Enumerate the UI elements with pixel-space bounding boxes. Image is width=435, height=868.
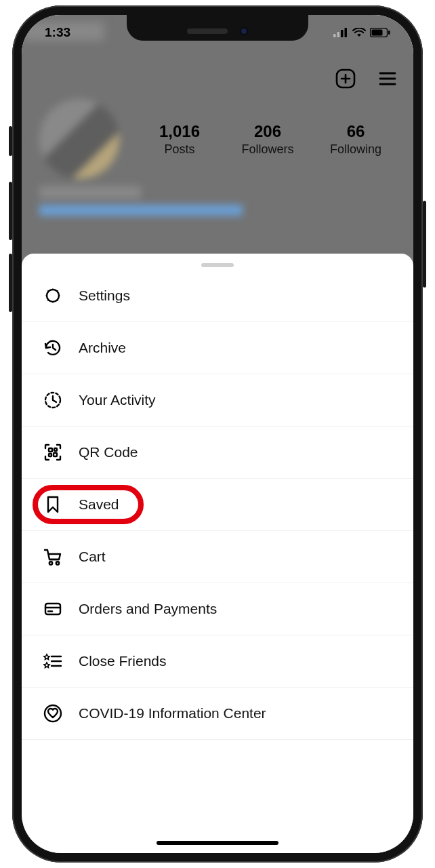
phone-volume-up	[9, 182, 12, 240]
following-count: 66	[312, 122, 400, 141]
svg-rect-0	[333, 34, 336, 37]
plus-square-icon	[335, 68, 356, 90]
bookmark-icon	[42, 494, 64, 515]
followers-label: Followers	[224, 142, 312, 157]
menu-item-activity[interactable]: Your Activity	[22, 374, 413, 427]
wifi-icon	[352, 28, 366, 37]
svg-rect-18	[49, 454, 51, 456]
settings-gear-icon	[42, 285, 64, 307]
qr-code-icon	[42, 441, 64, 463]
followers-count: 206	[224, 122, 312, 141]
svg-rect-17	[54, 448, 57, 451]
menu-item-settings[interactable]: Settings	[22, 270, 413, 322]
svg-point-14	[51, 294, 55, 298]
svg-point-28	[45, 705, 61, 722]
following-label: Following	[312, 142, 400, 157]
menu-item-qr-code[interactable]: QR Code	[22, 427, 413, 479]
menu-item-orders-payments[interactable]: Orders and Payments	[22, 583, 413, 635]
svg-rect-16	[49, 448, 52, 452]
menu-item-archive[interactable]: Archive	[22, 322, 413, 374]
svg-point-20	[49, 561, 52, 564]
home-indicator[interactable]	[157, 841, 278, 845]
stat-posts[interactable]: 1,016 Posts	[136, 122, 224, 157]
notch	[127, 15, 308, 41]
svg-rect-6	[388, 31, 390, 35]
svg-rect-1	[337, 32, 340, 37]
archive-history-icon	[42, 337, 64, 359]
hamburger-menu-button[interactable]	[375, 66, 400, 91]
front-camera	[240, 27, 248, 35]
activity-clock-icon	[42, 389, 64, 411]
battery-icon	[370, 28, 390, 37]
create-post-button[interactable]	[333, 66, 358, 91]
sheet-grabber[interactable]	[201, 263, 234, 267]
phone-mute-switch	[9, 126, 12, 156]
avatar-obscured[interactable]	[39, 99, 119, 179]
menu-item-label: Close Friends	[79, 653, 167, 669]
menu-item-label: Saved	[79, 496, 119, 513]
speaker-grille	[187, 28, 228, 34]
stat-followers[interactable]: 206 Followers	[224, 122, 312, 157]
menu-item-covid-info[interactable]: COVID-19 Information Center	[22, 688, 413, 740]
status-indicators	[333, 28, 390, 37]
menu-item-label: Archive	[79, 340, 126, 356]
svg-point-21	[56, 561, 59, 564]
menu-list: Settings Archive Your Activity	[22, 270, 413, 740]
menu-item-cart[interactable]: Cart	[22, 531, 413, 583]
svg-rect-2	[341, 30, 344, 37]
hamburger-icon	[377, 68, 398, 90]
phone-frame: 1:33	[12, 5, 423, 863]
svg-rect-19	[54, 453, 57, 456]
menu-item-label: COVID-19 Information Center	[79, 705, 266, 722]
cart-icon	[42, 546, 64, 568]
star-list-icon	[42, 650, 64, 672]
svg-rect-3	[345, 28, 348, 37]
menu-item-saved[interactable]: Saved	[22, 479, 413, 531]
posts-label: Posts	[136, 142, 224, 157]
posts-count: 1,016	[136, 122, 224, 141]
svg-rect-5	[372, 30, 383, 36]
menu-item-close-friends[interactable]: Close Friends	[22, 635, 413, 688]
bio-name-obscured	[39, 186, 141, 199]
card-icon	[42, 598, 64, 620]
phone-power-button	[423, 201, 426, 288]
menu-item-label: Your Activity	[79, 392, 156, 408]
bio-link-obscured	[39, 205, 243, 216]
menu-item-label: Cart	[79, 549, 106, 565]
svg-rect-22	[45, 604, 60, 614]
screen: 1:33	[22, 15, 413, 853]
menu-item-label: QR Code	[79, 444, 138, 460]
menu-item-label: Settings	[79, 288, 130, 304]
status-time: 1:33	[45, 25, 70, 40]
menu-bottom-sheet: Settings Archive Your Activity	[22, 254, 413, 853]
menu-item-label: Orders and Payments	[79, 601, 217, 617]
heart-circle-icon	[42, 703, 64, 724]
cellular-signal-icon	[333, 28, 348, 37]
stat-following[interactable]: 66 Following	[312, 122, 400, 157]
phone-volume-down	[9, 254, 12, 312]
profile-header: 1,016 Posts 206 Followers 66 Following	[22, 60, 413, 216]
